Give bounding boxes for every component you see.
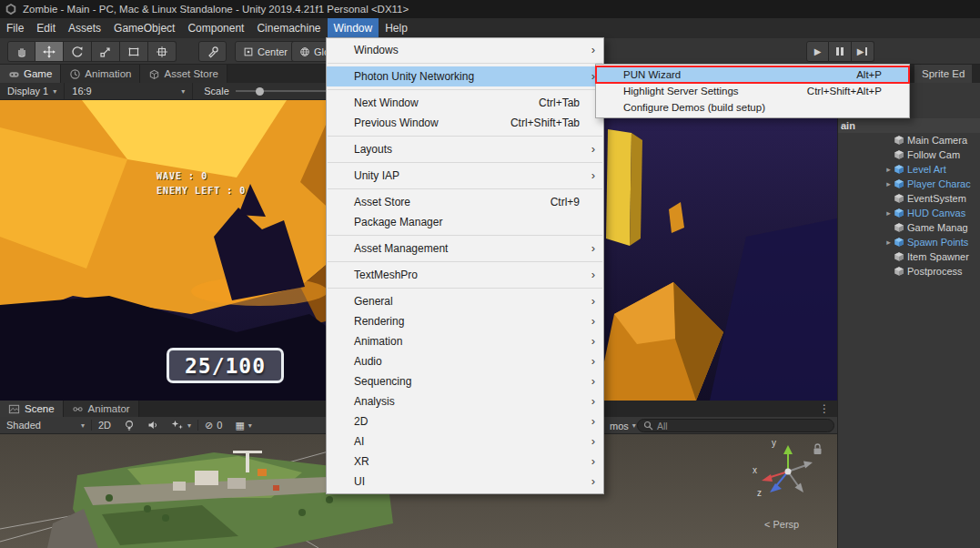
hierarchy-item-postprocess[interactable]: Postprocess: [838, 264, 980, 279]
hierarchy-item-game-manager[interactable]: Game Manag: [838, 220, 980, 235]
menu-item-unity-iap[interactable]: Unity IAP ›: [327, 166, 603, 186]
menu-item-rendering[interactable]: Rendering ›: [327, 311, 603, 331]
tab-game[interactable]: Game: [0, 65, 61, 83]
tab-sprite-editor[interactable]: Sprite Ed: [914, 65, 972, 83]
menu-separator: [328, 261, 602, 262]
submenu-arrow-icon: ›: [591, 472, 595, 492]
shortcut-label: Alt+P: [856, 69, 882, 80]
draw-mode-dropdown[interactable]: Shaded ▾: [0, 417, 91, 433]
transform-tool-button[interactable]: [148, 41, 177, 62]
menu-help[interactable]: Help: [379, 18, 414, 38]
effects-stars-icon: [171, 420, 184, 431]
submenu-arrow-icon: ›: [591, 311, 595, 331]
chevron-down-icon: ▾: [81, 421, 85, 430]
menu-edit[interactable]: Edit: [30, 18, 62, 38]
hierarchy-item-spawn-points[interactable]: ▸ Spawn Points: [838, 235, 980, 249]
shortcut-label: Ctrl+9: [551, 196, 580, 208]
tab-scene[interactable]: Scene: [0, 401, 64, 417]
custom-tools-button[interactable]: [198, 41, 227, 62]
pause-button[interactable]: [829, 41, 852, 62]
audio-toggle-button[interactable]: [141, 417, 165, 433]
scale-slider[interactable]: [236, 90, 336, 92]
tab-animation[interactable]: Animation: [61, 65, 140, 83]
play-button[interactable]: ▶: [806, 41, 829, 62]
hierarchy-item-level-art[interactable]: ▸ Level Art: [838, 162, 980, 177]
hierarchy-item-follow-cam[interactable]: Follow Cam: [838, 147, 980, 162]
lock-icon[interactable]: [813, 443, 823, 455]
health-indicator: 25/100: [167, 348, 284, 383]
display-dropdown[interactable]: Display 1 ▾: [0, 83, 64, 99]
scale-control: Scale: [204, 86, 336, 96]
hidden-objects-toggle[interactable]: ⊘ 0: [198, 417, 228, 433]
aspect-ratio-label: 16:9: [72, 86, 91, 96]
submenu-item-highlight-server-settings[interactable]: Highlight Server Settings Ctrl+Shift+Alt…: [596, 83, 909, 99]
menu-separator: [328, 136, 602, 137]
menu-item-photon-unity-networking[interactable]: Photon Unity Networking ›: [327, 66, 603, 86]
menu-gameobject[interactable]: GameObject: [107, 18, 181, 38]
clock-icon: [69, 68, 81, 80]
lighting-toggle-button[interactable]: [117, 417, 141, 433]
tab-asset-store[interactable]: Asset Store: [140, 65, 227, 83]
aspect-ratio-dropdown[interactable]: 16:9 ▾: [65, 83, 192, 99]
step-button[interactable]: ▶: [852, 41, 874, 62]
photon-submenu: PUN Wizard Alt+P Highlight Server Settin…: [595, 64, 910, 118]
menu-window[interactable]: Window: [328, 18, 379, 38]
perspective-toggle[interactable]: < Persp: [764, 519, 799, 530]
menu-item-asset-management[interactable]: Asset Management ›: [327, 238, 603, 259]
hierarchy-item-item-spawner[interactable]: Item Spawner: [838, 249, 980, 264]
pivot-toggle-button[interactable]: Center: [235, 41, 296, 62]
menu-item-layouts[interactable]: Layouts ›: [327, 139, 603, 159]
hierarchy-item-eventsystem[interactable]: EventSystem: [838, 191, 980, 206]
scale-slider-knob[interactable]: [256, 87, 264, 96]
submenu-item-pun-wizard[interactable]: PUN Wizard Alt+P: [596, 66, 909, 83]
rotate-tool-button[interactable]: [64, 41, 92, 62]
submenu-arrow-icon: ›: [591, 371, 595, 391]
gizmos-label-partial: mos: [610, 421, 629, 431]
expand-arrow-icon[interactable]: ▸: [884, 165, 894, 174]
menu-item-xr[interactable]: XR ›: [327, 452, 603, 472]
menu-item-windows[interactable]: Windows ›: [327, 40, 603, 60]
menu-item-audio[interactable]: Audio ›: [327, 351, 603, 371]
panel-menu-kebab-icon[interactable]: ⋮: [819, 401, 830, 416]
2d-toggle-button[interactable]: 2D: [92, 417, 117, 433]
scene-header[interactable]: ain: [838, 118, 980, 133]
hand-tool-button[interactable]: [7, 41, 35, 62]
menu-item-animation[interactable]: Animation ›: [327, 331, 603, 351]
hierarchy-panel: Sprite Ed ain Main Camera: [837, 65, 980, 548]
gizmos-dropdown[interactable]: mos ▾: [606, 417, 640, 434]
move-tool-button[interactable]: [35, 41, 64, 62]
hierarchy-item-main-camera[interactable]: Main Camera: [838, 133, 980, 147]
scale-tool-button[interactable]: [92, 41, 120, 62]
submenu-item-configure-demos[interactable]: Configure Demos (build setup): [596, 99, 909, 116]
menu-assets[interactable]: Assets: [62, 18, 107, 38]
expand-arrow-icon[interactable]: ▸: [884, 179, 894, 188]
rect-tool-button[interactable]: [120, 41, 148, 62]
expand-arrow-icon[interactable]: ▸: [884, 238, 894, 247]
tab-animator[interactable]: Animator: [64, 401, 139, 417]
menu-item-ui[interactable]: UI ›: [327, 472, 603, 492]
menu-item-2d[interactable]: 2D ›: [327, 411, 603, 431]
menu-item-ai[interactable]: AI ›: [327, 431, 603, 452]
hierarchy-item-hud-canvas[interactable]: ▸ HUD Canvas: [838, 206, 980, 220]
hierarchy-item-player-character[interactable]: ▸ Player Charac: [838, 177, 980, 191]
menu-file[interactable]: File: [0, 18, 30, 38]
scene-search-field[interactable]: All: [637, 419, 834, 432]
unity-editor-window: Zombie - Main - PC, Mac & Linux Standalo…: [0, 0, 980, 548]
menu-item-analysis[interactable]: Analysis ›: [327, 391, 603, 411]
expand-arrow-icon[interactable]: ▸: [884, 208, 894, 218]
menu-item-previous-window[interactable]: Previous Window Ctrl+Shift+Tab: [327, 113, 603, 133]
menu-item-textmeshpro[interactable]: TextMeshPro ›: [327, 265, 603, 285]
cube-icon: [894, 251, 904, 262]
window-title: Zombie - Main - PC, Mac & Linux Standalo…: [23, 4, 409, 15]
menu-item-next-window[interactable]: Next Window Ctrl+Tab: [327, 93, 603, 113]
menu-cinemachine[interactable]: Cinemachine: [250, 18, 327, 38]
effects-dropdown[interactable]: ▾: [165, 417, 197, 433]
menu-item-general[interactable]: General ›: [327, 291, 603, 311]
grid-settings-dropdown[interactable]: ▦ ▾: [228, 417, 258, 433]
prefab-cube-icon: [894, 208, 904, 218]
menu-component[interactable]: Component: [181, 18, 250, 38]
menu-item-sequencing[interactable]: Sequencing ›: [327, 371, 603, 391]
menu-item-asset-store[interactable]: Asset Store Ctrl+9: [327, 192, 603, 212]
menu-item-package-manager[interactable]: Package Manager: [327, 212, 603, 232]
submenu-arrow-icon: ›: [591, 291, 595, 311]
